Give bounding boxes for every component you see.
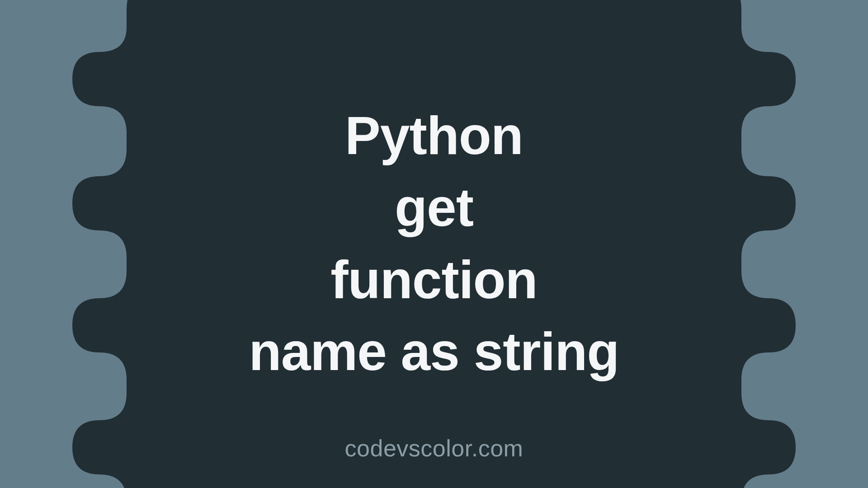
site-caption: codevscolor.com — [345, 435, 524, 462]
title-line-4: name as string — [0, 316, 868, 388]
title-block: Python get function name as string — [0, 100, 868, 388]
title-line-1: Python — [0, 100, 868, 172]
title-line-3: function — [0, 244, 868, 316]
title-line-2: get — [0, 172, 868, 244]
